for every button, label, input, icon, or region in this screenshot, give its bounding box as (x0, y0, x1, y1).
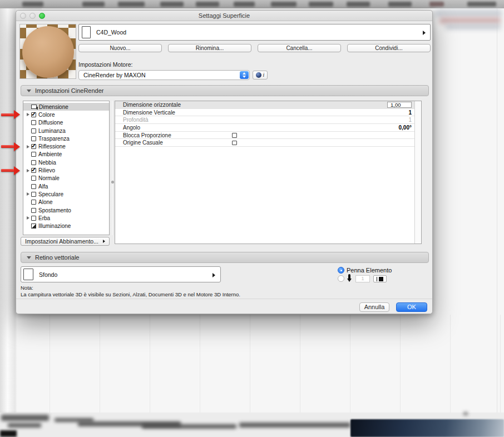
channel-row-colore[interactable]: Colore (23, 111, 109, 118)
disclosure-down-icon (27, 90, 31, 92)
channel-row-ambiente[interactable]: Ambiente (23, 151, 109, 158)
param-value[interactable]: 1 (408, 117, 412, 123)
param-value[interactable]: 0,00° (399, 125, 412, 131)
channel-row-diffusione[interactable]: Diffusione (23, 119, 109, 127)
param-row-dimensione-verticale[interactable]: Dimensione Verticale1 (115, 109, 421, 117)
chevron-right-icon[interactable] (213, 273, 215, 277)
param-row-angolo[interactable]: Angolo0,00° (115, 124, 421, 132)
chevron-right-icon[interactable] (423, 31, 426, 35)
channel-checkbox[interactable] (31, 200, 36, 205)
channel-label: Alfa (38, 183, 48, 190)
background-toolbar-blur (439, 18, 501, 23)
disclosure-triangle-icon[interactable] (27, 192, 29, 196)
chevron-right-icon (103, 240, 105, 243)
pen-element-radio[interactable] (338, 267, 344, 274)
channel-checkbox[interactable] (31, 184, 36, 189)
menubar-blur-item (388, 2, 412, 7)
screen: Settaggi Superficie C4D_Wood Nuovo... Ri… (0, 0, 504, 437)
menubar-blur-item (234, 2, 255, 7)
background-menubar (0, 0, 504, 8)
channel-row-erba[interactable]: Erba (23, 214, 109, 222)
channel-checkbox[interactable] (31, 216, 36, 221)
channel-checkbox[interactable] (31, 160, 36, 165)
cancel-button[interactable]: Annulla (359, 302, 389, 312)
channel-label: Ambiente (38, 151, 62, 157)
channel-label: Diffusione (38, 120, 63, 126)
channel-row-alone[interactable]: Alone (23, 198, 109, 206)
note-text: La campitura vettoriale 3D è visibile su… (21, 291, 240, 297)
annotation-red-arrow-icon (1, 110, 20, 119)
channel-row-spostamento[interactable]: Spostamento (23, 206, 109, 214)
channel-checkbox[interactable] (31, 192, 36, 197)
channel-label: Luminanza (38, 128, 66, 134)
channel-checkbox[interactable] (31, 128, 36, 133)
channel-row-speculare[interactable]: Speculare (23, 190, 109, 198)
menubar-blur-item (429, 2, 444, 7)
menubar-blur-item (271, 2, 297, 7)
channel-checkbox[interactable] (31, 120, 36, 125)
param-row-blocca-proporzione[interactable]: Blocca Proporzione (115, 132, 421, 140)
channel-checkbox[interactable] (31, 168, 36, 173)
background-grid-lines (0, 315, 504, 414)
param-label: Angolo (123, 125, 140, 131)
channel-label: Dimensione (39, 104, 68, 110)
dialog-title: Settaggi Superficie (16, 12, 432, 19)
channel-row-normale[interactable]: Normale (23, 175, 109, 182)
select-stepper-icon[interactable] (240, 71, 249, 79)
rename-button[interactable]: Rinomina... (168, 44, 251, 52)
hatch-swatch (23, 269, 33, 280)
disclosure-triangle-icon[interactable] (27, 145, 29, 148)
param-label: Dimensione orizzontale (123, 102, 181, 108)
channel-checkbox[interactable] (31, 112, 36, 117)
disclosure-triangle-icon[interactable] (27, 113, 29, 116)
share-button[interactable]: Condividi... (347, 44, 431, 52)
pen-custom-radio[interactable] (338, 275, 344, 282)
engine-info-button[interactable]: i (253, 71, 268, 80)
delete-button[interactable]: Cancella... (258, 44, 341, 52)
cinerender-logo-icon (256, 72, 261, 78)
disclosure-triangle-icon[interactable] (27, 216, 29, 220)
background-hatch-field[interactable]: Sfondo (21, 266, 221, 282)
channel-row-riflessione[interactable]: Riflessione (23, 142, 109, 150)
channel-checkbox[interactable] (31, 208, 36, 213)
param-row-dimensione-orizzontale[interactable]: Dimensione orizzontale1,00 (115, 101, 421, 109)
channel-checkbox[interactable] (31, 176, 36, 181)
param-row-profondit-[interactable]: Profondità1 (115, 116, 421, 124)
new-button[interactable]: Nuovo... (78, 44, 162, 52)
pane-splitter[interactable] (111, 101, 114, 235)
disclosure-triangle-icon[interactable] (27, 169, 29, 172)
param-checkbox[interactable] (232, 141, 237, 146)
param-input[interactable]: 1,00 (387, 102, 412, 108)
param-label: Blocca Proporzione (123, 132, 171, 138)
material-name-field[interactable]: C4D_Wood (78, 24, 431, 41)
background-blur-text (239, 423, 350, 428)
matching-settings-button[interactable]: Impostazioni Abbinamento... (21, 237, 110, 246)
pen-color-swatch (379, 277, 383, 281)
param-row-origine-casuale[interactable]: Origine Casuale (115, 139, 421, 147)
vector-hatch-section-header[interactable]: Retino vettoriale (21, 252, 429, 263)
channel-row-trasparenza[interactable]: Trasparenza (23, 135, 109, 142)
annotation-red-arrow-icon (1, 142, 20, 151)
engine-select[interactable]: CineRender by MAXON (78, 70, 250, 80)
menubar-blur-item (347, 2, 370, 7)
pen-icon (347, 274, 352, 282)
channel-row-dimensione[interactable]: Dimensione (23, 103, 109, 111)
pen-number-field[interactable]: 1 (355, 275, 370, 282)
channel-row-luminanza[interactable]: Luminanza (23, 127, 109, 135)
dialog-titlebar[interactable]: Settaggi Superficie (16, 11, 432, 21)
channel-checkbox[interactable] (31, 144, 36, 149)
ok-button[interactable]: OK (396, 302, 427, 312)
channel-checkbox[interactable] (31, 152, 36, 157)
pen-color-button[interactable] (373, 275, 387, 282)
channel-row-rilievo[interactable]: Rilievo (23, 166, 109, 174)
engine-settings-label: Impostazioni Motore: (78, 61, 132, 68)
channel-checkbox[interactable] (31, 136, 36, 141)
param-checkbox[interactable] (232, 133, 237, 138)
channel-row-nebbia[interactable]: Nebbia (23, 158, 109, 166)
channel-row-alfa[interactable]: Alfa (23, 182, 109, 190)
channel-row-illuminazione[interactable]: Illuminazione (23, 222, 109, 230)
material-preview (19, 24, 76, 79)
cinerender-section-header[interactable]: Impostazioni CineRender (21, 85, 429, 96)
param-value[interactable]: 1 (408, 110, 412, 116)
disclosure-down-icon (27, 256, 31, 259)
